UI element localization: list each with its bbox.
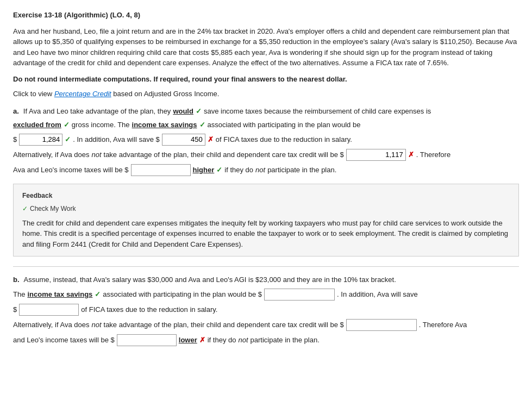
- exercise-container: Exercise 13-18 (Algorithmic) (LO. 4, 8) …: [13, 10, 519, 346]
- part-a-text6: of FICA taxes due to the reduction in sa…: [216, 134, 352, 145]
- part-b-lower-input[interactable]: [117, 334, 177, 346]
- part-b-its-check: ✓: [95, 289, 101, 300]
- part-b-text11: participate in the plan.: [251, 335, 320, 346]
- part-a-row2: excluded from ✓ gross income. The income…: [13, 120, 519, 130]
- part-b-text1: Assume, instead, that Ava's salary was $…: [24, 274, 396, 285]
- part-a-text7: Alternatively, if Ava does: [13, 149, 89, 160]
- part-a-excluded: excluded from: [13, 120, 61, 130]
- part-a-higher-input[interactable]: [131, 164, 191, 176]
- problem-text: Ava and her husband, Leo, file a joint r…: [13, 26, 519, 68]
- part-a-income-tax-savings: income tax savings: [132, 120, 197, 130]
- part-b-text6: Alternatively, if Ava does: [13, 320, 89, 330]
- part-b-lower: lower: [179, 335, 197, 346]
- percentage-credit-link[interactable]: Percentage Credit: [54, 90, 111, 98]
- part-a-its-check: ✓: [199, 120, 205, 130]
- part-b-row4: Alternatively, if Ava does not take adva…: [13, 319, 519, 331]
- part-b-text10: if they do: [208, 335, 236, 346]
- part-b-section: b. Assume, instead, that Ava's salary wa…: [13, 274, 519, 346]
- part-a-would-check: ✓: [196, 106, 202, 117]
- part-a-text9: . Therefore: [416, 149, 450, 160]
- part-a-higher: higher: [193, 165, 215, 176]
- part-b-label: b.: [13, 274, 20, 285]
- part-a-value3-input[interactable]: [346, 149, 406, 161]
- part-b-credit-input[interactable]: [346, 319, 417, 331]
- part-a-higher-check: ✓: [216, 165, 222, 176]
- part-a-text1: If Ava and Leo take advantage of the pla…: [23, 106, 171, 117]
- part-b-row2: The income tax savings ✓ associated with…: [13, 289, 519, 301]
- click-suffix-text: based on Adjusted Gross Income.: [113, 90, 219, 98]
- part-a-row4: Alternatively, if Ava does not take adva…: [13, 149, 519, 161]
- bold-instruction: Do not round intermediate computations. …: [13, 74, 519, 85]
- feedback-box: Feedback ✓ Check My Work The credit for …: [13, 184, 519, 257]
- part-a-row1: a. If Ava and Leo take advantage of the …: [13, 106, 519, 117]
- part-a-text8: take advantage of the plan, their child …: [104, 149, 344, 160]
- part-a-text3: gross income. The: [72, 120, 130, 130]
- part-b-income-tax-savings: income tax savings: [27, 289, 92, 300]
- part-a-section: a. If Ava and Leo take advantage of the …: [13, 106, 519, 176]
- part-b-lower-cross: ✗: [199, 335, 205, 346]
- part-a-text5: . In addition, Ava will save $: [73, 134, 159, 145]
- part-a-val2-cross: ✗: [208, 134, 214, 145]
- feedback-title: Feedback: [22, 191, 510, 201]
- part-a-text4: associated with participating in the pla…: [208, 120, 361, 130]
- part-b-text7: take advantage of the plan, their child …: [104, 320, 344, 330]
- feedback-body: The credit for child and dependent care …: [22, 218, 510, 250]
- part-b-not1: not: [91, 320, 101, 330]
- part-b-dollar2: $: [13, 304, 17, 315]
- exercise-title: Exercise 13-18 (Algorithmic) (LO. 4, 8): [13, 10, 519, 21]
- part-a-excluded-check: ✓: [64, 120, 70, 130]
- part-a-not2: not: [255, 165, 265, 176]
- part-a-text10: Ava and Leo's income taxes will be $: [13, 165, 129, 176]
- check-icon: ✓: [22, 204, 28, 214]
- part-b-row1: b. Assume, instead, that Ava's salary wa…: [13, 274, 519, 285]
- divider: [13, 266, 519, 267]
- part-a-val1-check: ✓: [65, 134, 71, 145]
- part-b-text5: of FICA taxes due to the reduction in sa…: [81, 304, 217, 315]
- part-a-dollar1: $: [13, 134, 17, 145]
- part-b-fica-input[interactable]: [19, 304, 79, 316]
- part-a-would: would: [173, 106, 193, 117]
- part-a-label: a.: [13, 106, 19, 117]
- part-b-text2: The: [13, 289, 25, 300]
- part-a-val3-cross: ✗: [408, 149, 414, 160]
- part-b-text9: and Leo's income taxes will be $: [13, 335, 115, 346]
- part-b-its-input[interactable]: [264, 289, 335, 301]
- part-a-value1-input[interactable]: [19, 134, 62, 146]
- part-a-text2: save income taxes because the reimbursem…: [204, 106, 431, 117]
- check-my-work-label: Check My Work: [30, 204, 76, 214]
- check-my-work-row: ✓ Check My Work: [22, 204, 510, 214]
- part-b-not2: not: [239, 335, 248, 346]
- part-a-row3: $ ✓ . In addition, Ava will save $ ✗ of …: [13, 134, 519, 146]
- part-a-value2-input[interactable]: [162, 134, 205, 146]
- part-a-not1: not: [91, 149, 101, 160]
- part-b-row3: $ of FICA taxes due to the reduction in …: [13, 304, 519, 316]
- part-b-text4: . In addition, Ava will save: [337, 289, 418, 300]
- part-a-text11: if they do: [224, 165, 253, 176]
- part-b-text8: . Therefore Ava: [419, 320, 467, 330]
- part-a-row5: Ava and Leo's income taxes will be $ hig…: [13, 164, 519, 176]
- click-instruction-text: Click to view: [13, 90, 52, 98]
- click-link-line: Click to view Percentage Credit based on…: [13, 89, 519, 99]
- part-a-text12: participate in the plan.: [267, 165, 336, 176]
- part-b-text3: associated with participating in the pla…: [103, 289, 262, 300]
- part-b-row5: and Leo's income taxes will be $ lower ✗…: [13, 334, 519, 346]
